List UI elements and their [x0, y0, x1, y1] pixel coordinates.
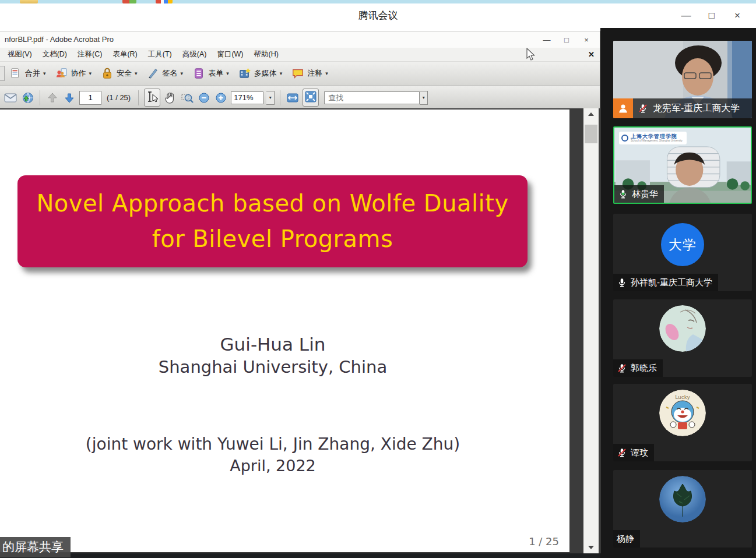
participant-name: 郭晓乐: [631, 363, 657, 374]
fit-width-icon[interactable]: [286, 91, 300, 105]
merge-icon: [9, 67, 22, 80]
collaborate-label: 协作: [71, 68, 86, 79]
meeting-title: 腾讯会议: [0, 3, 756, 28]
badge-title: 上海大学管理学院: [631, 133, 683, 139]
acrobat-window-title: nforBLP.pdf - Adobe Acrobat Pro: [5, 31, 114, 48]
multimedia-icon: [238, 67, 251, 80]
collaborate-button[interactable]: 协作 ▾: [55, 67, 92, 80]
fit-page-icon: [304, 90, 318, 104]
participant-name-bar: 孙祥凯-重庆工商大学: [613, 274, 718, 291]
zoom-in-icon[interactable]: [214, 91, 228, 105]
chevron-down-icon: ▾: [226, 70, 229, 76]
find-dropdown-caret[interactable]: ▾: [420, 91, 428, 105]
scroll-up-icon: [588, 112, 594, 116]
participant-name: 龙宪军-重庆工商大学: [653, 103, 740, 115]
select-tool-button[interactable]: [144, 89, 160, 107]
divider: [280, 90, 280, 105]
pdf-page: Novel Approach based on Wolfe Duality fo…: [0, 110, 569, 552]
share-bottom-strip: [0, 553, 600, 558]
avatar: Lucky: [659, 390, 706, 436]
next-page-icon[interactable]: [62, 91, 76, 105]
previous-page-icon[interactable]: [45, 91, 59, 105]
close-button[interactable]: ×: [725, 10, 750, 22]
scroll-down-button[interactable]: [583, 543, 599, 552]
virtual-background-badge: 上海大学管理学院 School of Management, Shanghai …: [619, 132, 687, 144]
menu-view[interactable]: 视图(V): [2, 48, 37, 61]
scrollbar-thumb[interactable]: [585, 125, 597, 143]
divider: [138, 90, 139, 105]
participant-name-bar: 郭晓乐: [613, 359, 663, 377]
chevron-down-icon: ▾: [181, 70, 184, 76]
participant-name-bar: 林贵华: [614, 185, 664, 203]
mouse-cursor: [526, 48, 536, 62]
scroll-up-button[interactable]: [583, 110, 599, 119]
marquee-zoom-icon[interactable]: [180, 91, 194, 105]
chevron-down-icon: ▾: [89, 70, 92, 76]
menu-document[interactable]: 文档(D): [37, 48, 72, 61]
mic-active-icon: [618, 189, 628, 199]
comment-button[interactable]: 注释 ▾: [291, 67, 328, 80]
merge-label: 合并: [25, 68, 40, 79]
participant-tile[interactable]: 郭晓乐: [613, 299, 752, 377]
acrobat-maximize-button[interactable]: □: [557, 36, 576, 44]
multimedia-button[interactable]: 多媒体 ▾: [238, 67, 283, 80]
menu-advanced[interactable]: 高级(A): [177, 48, 212, 61]
web-upload-icon[interactable]: [20, 91, 34, 105]
participant-name: 孙祥凯-重庆工商大学: [631, 277, 712, 288]
chevron-down-icon: ▾: [280, 70, 283, 76]
slide-page-indicator: 1 / 25: [529, 535, 559, 548]
vertical-scrollbar[interactable]: [583, 108, 599, 553]
participant-tile[interactable]: Lucky 谭玟: [613, 384, 752, 461]
sign-pen-icon: [147, 67, 160, 80]
menubar-close-icon[interactable]: ✕: [588, 48, 595, 61]
page-count-label: (1 / 25): [107, 93, 131, 102]
screen-share-region: nforBLP.pdf - Adobe Acrobat Pro — □ × 视图…: [0, 28, 600, 558]
participant-tile[interactable]: 大学 孙祥凯-重庆工商大学: [613, 214, 752, 291]
menu-comments[interactable]: 注释(C): [72, 48, 107, 61]
menu-forms[interactable]: 表单(R): [107, 48, 142, 61]
slide-title-line2: for Bilevel Programs: [152, 221, 393, 257]
merge-button[interactable]: 合并 ▾: [9, 67, 46, 80]
participant-name: 林贵华: [632, 189, 658, 200]
page-number-input[interactable]: [79, 91, 101, 105]
zoom-out-icon[interactable]: [197, 91, 211, 105]
clipped-tool-icon: [0, 66, 5, 81]
menu-help[interactable]: 帮助(H): [249, 48, 284, 61]
slide-title-line1: Novel Approach based on Wolfe Duality: [36, 186, 508, 221]
comment-label: 注释: [307, 68, 322, 79]
acrobat-toolbar-tasks: 合并 ▾ 协作 ▾ 安全 ▾ 签名 ▾: [0, 62, 600, 86]
participant-tile[interactable]: 杨静: [613, 470, 752, 548]
meeting-window-controls: — □ ×: [673, 3, 750, 28]
fit-page-button[interactable]: [303, 89, 319, 107]
tencent-meeting-window: 腾讯会议 — □ × nforBLP.pdf - Adobe Acrobat P…: [0, 0, 756, 558]
participant-name: 谭玟: [631, 447, 648, 458]
screen-share-label: 的屏幕共享: [0, 537, 71, 557]
zoom-dropdown-caret[interactable]: ▾: [266, 91, 275, 105]
acrobat-minimize-button[interactable]: —: [537, 36, 557, 44]
maximize-button[interactable]: □: [699, 10, 725, 22]
participant-tile[interactable]: 上海大学管理学院 School of Management, Shanghai …: [613, 126, 752, 204]
avatar: [659, 476, 706, 522]
forms-button[interactable]: 表单 ▾: [192, 67, 229, 80]
slide-date: April, 2022: [0, 457, 546, 475]
acrobat-titlebar: nforBLP.pdf - Adobe Acrobat Pro — □ ×: [0, 31, 600, 48]
form-icon: [192, 67, 205, 80]
hand-tool-icon[interactable]: [163, 91, 177, 105]
acrobat-close-button[interactable]: ×: [576, 36, 596, 44]
find-input[interactable]: [324, 91, 420, 104]
avatar: [659, 305, 706, 352]
participant-name-bar: 谭玟: [613, 444, 654, 461]
security-button[interactable]: 安全 ▾: [101, 67, 138, 80]
participant-tile[interactable]: 龙宪军-重庆工商大学: [613, 41, 752, 118]
security-label: 安全: [117, 68, 132, 79]
menu-tools[interactable]: 工具(T): [143, 48, 177, 61]
slide-title-banner: Novel Approach based on Wolfe Duality fo…: [17, 175, 528, 267]
chevron-down-icon: ▾: [43, 70, 46, 76]
sign-button[interactable]: 签名 ▾: [147, 67, 184, 80]
mic-muted-icon: [617, 363, 627, 373]
minimize-button[interactable]: —: [673, 10, 699, 22]
zoom-level-value[interactable]: 171%: [231, 91, 263, 104]
menu-window[interactable]: 窗口(W): [212, 48, 248, 61]
email-icon[interactable]: [3, 91, 17, 105]
collaborate-icon: [55, 67, 68, 80]
